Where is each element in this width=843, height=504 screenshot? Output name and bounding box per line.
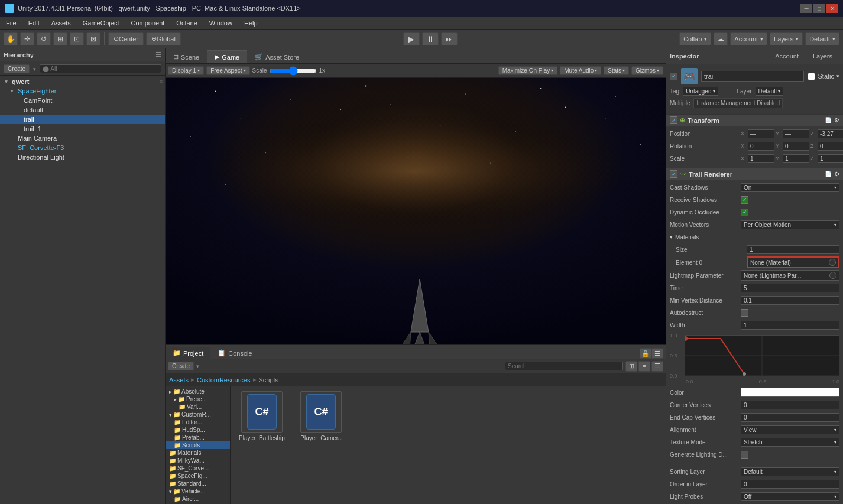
color-swatch[interactable] <box>741 388 839 397</box>
tab-assetstore[interactable]: 🛒 Asset Store <box>247 50 307 63</box>
tab-layers[interactable]: Layers <box>806 51 839 61</box>
menu-file[interactable]: File <box>0 17 22 29</box>
project-search-input[interactable] <box>505 362 623 370</box>
stats-button[interactable]: Stats <box>604 66 629 75</box>
min-vertex-input[interactable] <box>741 296 839 305</box>
asset-item-camera[interactable]: Player_Camera <box>294 391 348 441</box>
breadcrumb-assets[interactable]: Assets <box>169 376 189 383</box>
rotation-y-input[interactable] <box>783 142 809 151</box>
alignment-dropdown[interactable]: View <box>741 425 839 434</box>
trail-renderer-header[interactable]: 〰 Trail Renderer 📄 ⚙ <box>666 168 843 180</box>
transform-header[interactable]: ⊕ Transform 📄 ⚙ <box>666 115 843 126</box>
hierarchy-search-input[interactable] <box>40 64 161 73</box>
hand-tool-button[interactable]: ✋ <box>4 32 18 45</box>
mute-audio-button[interactable]: Mute Audio <box>560 66 601 75</box>
file-tree-vari[interactable]: 📁 Vari... <box>166 403 230 411</box>
project-create-button[interactable]: Create <box>168 362 194 370</box>
close-button[interactable]: ✕ <box>826 4 838 13</box>
file-tree-prefab[interactable]: 📁 Prefab... <box>166 434 230 441</box>
minimize-button[interactable]: ─ <box>800 4 812 13</box>
size-input[interactable] <box>747 245 839 254</box>
file-tree-materials[interactable]: 📁 Materials <box>166 449 230 457</box>
rotation-z-input[interactable] <box>818 142 843 151</box>
file-tree-customr[interactable]: ▾ 📁 CustomR... <box>166 411 230 418</box>
file-tree-milkyway[interactable]: 📁 MilkyWa... <box>166 457 230 464</box>
corner-vertices-input[interactable] <box>741 401 839 409</box>
tree-item-qwert[interactable]: ▾ qwert ≡ <box>0 77 165 86</box>
maximize-play-button[interactable]: Maximize On Play <box>498 66 558 75</box>
light-probes-dropdown[interactable]: Off <box>741 492 839 501</box>
position-y-input[interactable] <box>783 129 809 138</box>
asset-item-battleship[interactable]: Player_Battleship <box>235 391 288 441</box>
static-checkbox[interactable] <box>808 73 815 80</box>
width-input[interactable] <box>741 321 839 330</box>
display-dropdown[interactable]: Display 1 <box>168 66 204 75</box>
position-x-input[interactable] <box>748 129 774 138</box>
file-tree-vehicle[interactable]: ▾ 📁 Vehicle... <box>166 487 230 495</box>
play-button[interactable]: ▶ <box>403 32 420 45</box>
default-layout-button[interactable]: Default <box>805 32 839 45</box>
scale-z-input[interactable] <box>818 154 843 163</box>
transform-enabled[interactable] <box>670 116 677 124</box>
object-enabled-checkbox[interactable] <box>670 73 677 80</box>
rotate-tool-button[interactable]: ↺ <box>37 32 51 45</box>
file-tree-spacefig[interactable]: 📁 SpaceFig... <box>166 472 230 480</box>
autodestruct-checkbox[interactable] <box>741 309 748 317</box>
breadcrumb-customresources[interactable]: CustomResources <box>197 376 250 383</box>
object-name-input[interactable] <box>701 71 804 82</box>
rotation-x-input[interactable] <box>748 142 774 151</box>
tab-account[interactable]: Account <box>768 51 806 61</box>
project-view-btn2[interactable]: ≡ <box>638 361 650 372</box>
menu-edit[interactable]: Edit <box>22 17 46 29</box>
tree-item-campoint[interactable]: CamPoint <box>0 96 165 105</box>
position-z-input[interactable] <box>818 129 843 138</box>
file-tree-standard[interactable]: 📁 Standard... <box>166 480 230 487</box>
tree-item-trail1[interactable]: trail_1 <box>0 124 165 134</box>
scale-tool-button[interactable]: ⊞ <box>53 32 67 45</box>
tree-item-directionallight[interactable]: Directional Light <box>0 152 165 162</box>
hierarchy-create-button[interactable]: Create <box>4 64 30 73</box>
tag-dropdown[interactable]: Untagged <box>683 87 718 96</box>
layers-button[interactable]: Layers <box>770 32 803 45</box>
file-tree-prepe[interactable]: ▸ 📁 Prepe... <box>166 395 230 403</box>
maximize-button[interactable]: □ <box>813 4 825 13</box>
tree-item-trail[interactable]: trail <box>0 115 165 124</box>
file-tree-hudsp[interactable]: 📁 HudSp... <box>166 426 230 434</box>
account-button[interactable]: Account <box>730 32 767 45</box>
tab-game[interactable]: ▶ Game <box>207 50 247 63</box>
menu-window[interactable]: Window <box>203 17 238 29</box>
lightmap-picker[interactable] <box>829 272 836 279</box>
element0-picker[interactable] <box>829 259 836 266</box>
center-button[interactable]: ⊙ Center <box>108 32 144 45</box>
tab-scene[interactable]: ⊞ Scene <box>166 50 207 63</box>
file-tree-absolute[interactable]: ▸ 📁 Absolute <box>166 388 230 395</box>
scale-slider[interactable] <box>270 66 317 76</box>
scale-y-input[interactable] <box>783 154 809 163</box>
cloud-button[interactable]: ☁ <box>714 32 728 45</box>
file-tree-editor[interactable]: 📁 Editor... <box>166 418 230 426</box>
menu-help[interactable]: Help <box>238 17 264 29</box>
collab-button[interactable]: Collab <box>679 32 711 45</box>
project-view-btn3[interactable]: ☰ <box>651 361 663 372</box>
order-in-layer-input[interactable] <box>741 480 839 489</box>
global-button[interactable]: ⊕ Global <box>146 32 181 45</box>
menu-component[interactable]: Component <box>125 17 170 29</box>
menu-assets[interactable]: Assets <box>46 17 77 29</box>
sorting-layer-dropdown[interactable]: Default <box>741 467 839 476</box>
menu-gameobject[interactable]: GameObject <box>77 17 125 29</box>
file-tree-aircr[interactable]: 📁 Aircr... <box>166 495 230 503</box>
scale-x-input[interactable] <box>748 154 774 163</box>
tree-item-default[interactable]: default <box>0 105 165 115</box>
menu-octane[interactable]: Octane <box>170 17 203 29</box>
motion-vectors-dropdown[interactable]: Per Object Motion <box>741 220 839 229</box>
trail-settings-icon[interactable]: ⚙ <box>834 171 839 177</box>
materials-arrow[interactable]: ▾ <box>670 234 673 240</box>
pause-button[interactable]: ⏸ <box>422 32 439 45</box>
tab-console[interactable]: 📋 Console <box>210 347 259 359</box>
lock-button[interactable]: 🔒 <box>640 348 651 359</box>
gizmos-button[interactable]: Gizmos <box>631 66 663 75</box>
file-tree-sfcorve[interactable]: 📁 SF_Corve... <box>166 464 230 472</box>
move-tool-button[interactable]: ✛ <box>20 32 34 45</box>
end-cap-vertices-input[interactable] <box>741 413 839 422</box>
tree-item-maincamera[interactable]: Main Camera <box>0 134 165 143</box>
